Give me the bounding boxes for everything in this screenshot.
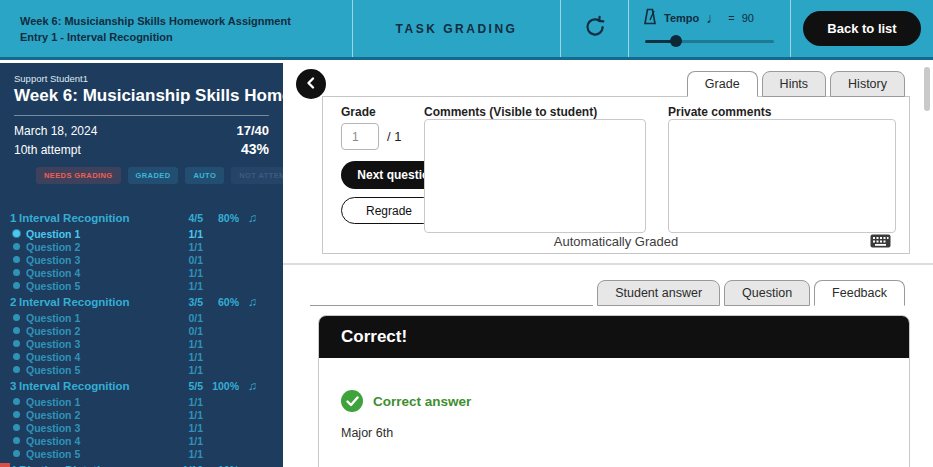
- question-bullet-icon: [13, 450, 20, 457]
- sidebar-assignment-title: Week 6: Musicianship Skills Home...: [14, 86, 269, 106]
- status-badge-graded: GRADED: [128, 167, 179, 184]
- question-score: 1/1: [163, 338, 203, 350]
- section-3-question-5[interactable]: Question 51/1: [14, 447, 257, 460]
- entry-subtitle: Entry 1 - Interval Recognition: [20, 31, 352, 43]
- question-label: Question 3: [26, 254, 163, 266]
- section-percent: 60%: [203, 296, 239, 308]
- question-score: 1/1: [163, 364, 203, 376]
- refresh-icon: [582, 14, 608, 44]
- student-name: Support Student1: [14, 73, 269, 84]
- back-to-list-button[interactable]: Back to list: [803, 11, 921, 46]
- status-badge-auto: AUTO: [185, 167, 224, 184]
- score-percent: 43%: [241, 141, 269, 157]
- section-header-2[interactable]: 2Interval Recognition3/560%♫: [14, 292, 257, 311]
- section-percent: 100%: [203, 380, 239, 392]
- question-score: 0/1: [163, 254, 203, 266]
- header-back-section: Back to list: [790, 0, 933, 57]
- section-number: 1: [10, 212, 19, 224]
- section-1-question-3[interactable]: Question 30/1: [14, 253, 257, 266]
- question-label: Question 4: [26, 351, 163, 363]
- tab-student-answer[interactable]: Student answer: [597, 280, 720, 306]
- tab-history[interactable]: History: [830, 71, 905, 97]
- attempt-number: 10th attempt: [14, 143, 81, 157]
- question-label: Question 2: [26, 241, 163, 253]
- tab-question[interactable]: Question: [724, 280, 810, 306]
- metronome-icon: [643, 8, 657, 27]
- tab-hints[interactable]: Hints: [762, 71, 826, 97]
- main-content: GradeHintsHistory Grade / 1 Next questio…: [283, 63, 933, 467]
- question-score: 1/1: [163, 267, 203, 279]
- question-label: Question 5: [26, 364, 163, 376]
- section-header-4[interactable]: 4Rhythm Dictation1/1010%♫: [14, 460, 257, 467]
- question-bullet-icon: [13, 340, 20, 347]
- section-percent: 10%: [203, 464, 239, 467]
- section-score: 3/5: [163, 296, 203, 308]
- total-score: 17/40: [236, 123, 269, 138]
- collapse-sidebar-button[interactable]: [296, 69, 326, 99]
- question-bullet-icon: [13, 282, 20, 289]
- needs-grading-indicator: [0, 463, 10, 467]
- tempo-value: 90: [742, 12, 754, 24]
- section-1-question-5[interactable]: Question 51/1: [14, 279, 257, 292]
- status-badges: NEEDS GRADINGGRADEDAUTONOT ATTEMPTED: [36, 167, 269, 184]
- question-label: Question 1: [26, 228, 163, 240]
- refresh-button[interactable]: [560, 0, 628, 57]
- question-bullet-icon: [13, 230, 20, 237]
- tempo-slider-thumb[interactable]: [670, 35, 682, 47]
- comments-label: Comments (Visible to student): [424, 105, 597, 119]
- section-3-question-2[interactable]: Question 21/1: [14, 408, 257, 421]
- tabbar-baseline: [310, 280, 593, 306]
- tempo-label: Tempo: [664, 12, 699, 24]
- section-2-question-4[interactable]: Question 41/1: [14, 350, 257, 363]
- answer-tabbar: Student answerQuestionFeedback: [310, 280, 905, 306]
- section-header-3[interactable]: 3Interval Recognition5/5100%♫: [14, 376, 257, 395]
- answer-text: Major 6th: [341, 426, 887, 440]
- section-number: 2: [10, 296, 19, 308]
- private-comments-textarea[interactable]: [668, 119, 896, 233]
- regrade-button[interactable]: Regrade: [341, 197, 437, 224]
- section-3-question-1[interactable]: Question 11/1: [14, 395, 257, 408]
- section-score: 1/10: [163, 464, 203, 467]
- question-bullet-icon: [13, 256, 20, 263]
- tab-feedback[interactable]: Feedback: [814, 280, 905, 306]
- feedback-result-header: Correct!: [319, 316, 909, 358]
- question-label: Question 5: [26, 448, 163, 460]
- question-bullet-icon: [13, 411, 20, 418]
- question-score: 1/1: [163, 435, 203, 447]
- section-3-question-3[interactable]: Question 31/1: [14, 421, 257, 434]
- status-badge-needs-grading: NEEDS GRADING: [36, 167, 121, 184]
- comments-textarea[interactable]: [424, 119, 646, 233]
- section-1-question-4[interactable]: Question 41/1: [14, 266, 257, 279]
- question-bullet-icon: [13, 314, 20, 321]
- section-2-question-2[interactable]: Question 20/1: [14, 324, 257, 337]
- tempo-equals: =: [728, 12, 734, 24]
- scrollbar-thumb[interactable]: [924, 67, 930, 111]
- section-1-question-2[interactable]: Question 21/1: [14, 240, 257, 253]
- correct-answer-label: Correct answer: [373, 394, 471, 409]
- question-score: 1/1: [163, 241, 203, 253]
- question-bullet-icon: [13, 327, 20, 334]
- section-2-question-3[interactable]: Question 31/1: [14, 337, 257, 350]
- tempo-control: Tempo ♩ = 90: [628, 0, 790, 57]
- section-2-question-1[interactable]: Question 10/1: [14, 311, 257, 324]
- section-header-1[interactable]: 1Interval Recognition4/580%♫: [14, 208, 257, 227]
- question-label: Question 3: [26, 422, 163, 434]
- question-label: Question 3: [26, 338, 163, 350]
- grade-max: / 1: [387, 129, 401, 144]
- tempo-slider[interactable]: [645, 35, 774, 47]
- keyboard-icon[interactable]: [870, 234, 891, 252]
- section-2-question-5[interactable]: Question 51/1: [14, 363, 257, 376]
- question-bullet-icon: [13, 437, 20, 444]
- section-1-question-1[interactable]: Question 11/1: [14, 227, 257, 240]
- section-3-question-4[interactable]: Question 41/1: [14, 434, 257, 447]
- task-grading-title: TASK GRADING: [396, 22, 518, 36]
- question-score: 1/1: [163, 409, 203, 421]
- tab-grade[interactable]: Grade: [687, 71, 758, 97]
- question-bullet-icon: [13, 243, 20, 250]
- grade-label: Grade: [341, 105, 376, 119]
- question-score: 1/1: [163, 396, 203, 408]
- grade-input[interactable]: [341, 123, 379, 150]
- section-score: 5/5: [163, 380, 203, 392]
- grade-panel: Grade / 1 Next question Regrade Comments…: [322, 96, 910, 254]
- grade-tabbar: GradeHintsHistory: [687, 71, 905, 97]
